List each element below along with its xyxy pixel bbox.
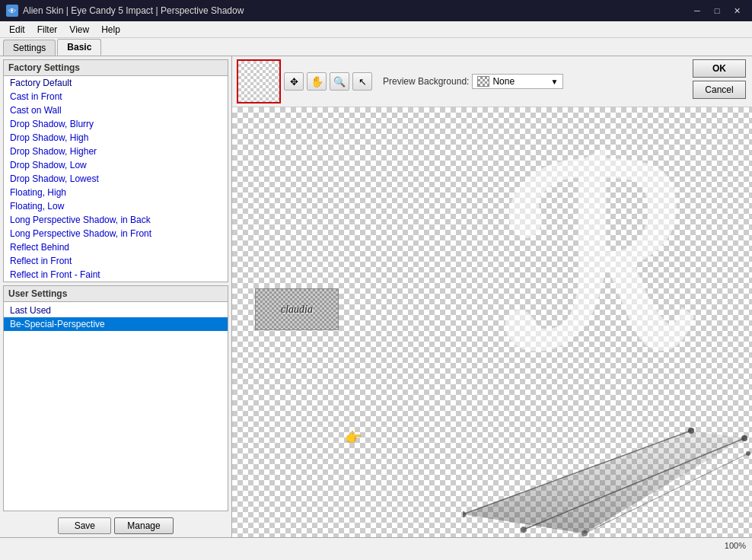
tab-bar: Settings Basic: [0, 38, 752, 56]
hand-tool-button[interactable]: ✋: [307, 72, 327, 91]
minimize-button[interactable]: ─: [688, 4, 706, 18]
preview-area[interactable]: claudia ℛ: [232, 107, 752, 537]
window-controls: ─ □ ✕: [688, 4, 746, 18]
window-title: Alien Skin | Eye Candy 5 Impact | Perspe…: [23, 5, 244, 16]
zoom-icon: 🔍: [333, 76, 346, 88]
user-settings-header: User Settings: [4, 286, 228, 302]
move-icon: ✥: [290, 76, 298, 88]
menu-filter[interactable]: Filter: [31, 23, 64, 37]
title-bar: 👁 Alien Skin | Eye Candy 5 Impact | Pers…: [0, 0, 752, 21]
bottom-buttons: Save Manage: [0, 514, 231, 537]
preview-letter-r: ℛ: [497, 145, 691, 389]
list-item[interactable]: Cast on Wall: [4, 103, 228, 117]
last-used-label: Last Used: [4, 304, 228, 317]
svg-point-7: [521, 527, 527, 533]
svg-line-1: [524, 438, 744, 530]
list-item[interactable]: Drop Shadow, Higher: [4, 145, 228, 158]
list-item[interactable]: Reflect in Front - Faint: [4, 268, 228, 282]
color-swatch: [477, 76, 489, 87]
arrow-tool-button[interactable]: ↖: [352, 72, 372, 91]
list-item[interactable]: Floating, Low: [4, 199, 228, 213]
zoom-tool-button[interactable]: 🔍: [330, 72, 349, 91]
action-buttons: OK Cancel: [693, 59, 746, 99]
save-button[interactable]: Save: [58, 517, 111, 534]
tab-basic[interactable]: Basic: [57, 39, 101, 56]
move-tool-button[interactable]: ✥: [284, 72, 304, 91]
preview-bg-dropdown[interactable]: None ▼: [472, 74, 563, 89]
user-settings-section: User Settings Last Used Be-Special-Persp…: [3, 285, 228, 511]
menu-view[interactable]: View: [63, 23, 95, 37]
ok-button[interactable]: OK: [693, 59, 746, 78]
main-layout: Factory Settings Factory Default Cast in…: [0, 56, 752, 537]
list-item[interactable]: Drop Shadow, Lowest: [4, 172, 228, 186]
claudia-watermark: claudia: [255, 288, 339, 330]
list-item[interactable]: Cast in Front: [4, 90, 228, 103]
list-item[interactable]: Drop Shadow, High: [4, 131, 228, 145]
menu-help[interactable]: Help: [95, 23, 126, 37]
manage-button[interactable]: Manage: [114, 517, 173, 534]
hand-icon: ✋: [311, 75, 323, 88]
left-panel: Factory Settings Factory Default Cast in…: [0, 56, 232, 537]
preview-bg-label: Preview Background:: [383, 76, 469, 87]
list-item[interactable]: Reflect in Front: [4, 254, 228, 268]
factory-settings-list[interactable]: Factory Default Cast in Front Cast on Wa…: [4, 76, 228, 282]
list-item[interactable]: Drop Shadow, Blurry: [4, 117, 228, 131]
pointer-user-icon: 👉: [345, 429, 362, 446]
right-panel: ✥ ✋ 🔍 ↖ Preview Background: None ▼ OK Ca…: [232, 56, 752, 537]
maximize-button[interactable]: □: [708, 4, 726, 18]
list-item[interactable]: Long Perspective Shadow, in Back: [4, 213, 228, 227]
arrow-icon: ↖: [358, 76, 367, 88]
preview-toolbar: ✥ ✋ 🔍 ↖ Preview Background: None ▼ OK Ca…: [232, 56, 752, 107]
app-icon: 👁: [6, 5, 18, 17]
menu-edit[interactable]: Edit: [3, 23, 31, 37]
svg-line-2: [585, 453, 748, 533]
list-item[interactable]: Factory Default: [4, 76, 228, 90]
user-setting-item[interactable]: Be-Special-Perspective: [4, 317, 228, 331]
svg-marker-9: [463, 431, 744, 533]
menu-bar: Edit Filter View Help: [0, 21, 752, 38]
list-item[interactable]: Drop Shadow, Low: [4, 158, 228, 172]
preview-bg-value: None: [492, 76, 515, 87]
list-item[interactable]: Floating, High: [4, 186, 228, 199]
zoom-level: 100%: [725, 541, 746, 550]
factory-settings-section: Factory Settings Factory Default Cast in…: [3, 59, 228, 282]
svg-point-3: [688, 428, 694, 434]
svg-point-4: [741, 435, 747, 441]
close-button[interactable]: ✕: [728, 4, 746, 18]
list-item[interactable]: Long Perspective Shadow, in Front: [4, 227, 228, 240]
svg-point-8: [582, 530, 588, 536]
cancel-button[interactable]: Cancel: [693, 81, 746, 99]
tab-settings[interactable]: Settings: [3, 40, 56, 56]
svg-line-0: [463, 431, 691, 514]
svg-point-5: [746, 451, 750, 456]
status-bar: 100%: [0, 537, 752, 552]
thumbnail-preview: [237, 59, 281, 103]
chevron-down-icon: ▼: [550, 78, 558, 86]
list-item[interactable]: Reflect Behind: [4, 240, 228, 254]
factory-settings-header: Factory Settings: [4, 60, 228, 76]
user-settings-list: Last Used Be-Special-Perspective: [4, 302, 228, 332]
svg-point-6: [463, 511, 466, 517]
